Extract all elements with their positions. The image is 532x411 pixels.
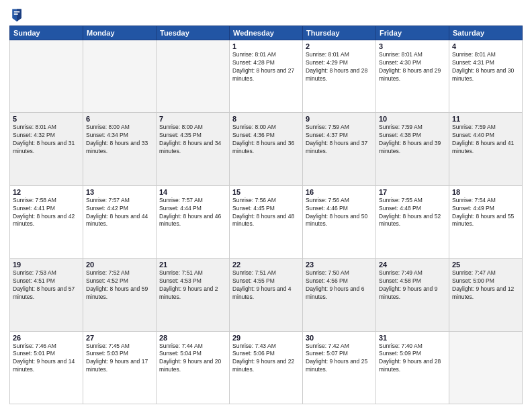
day-info: Sunrise: 7:40 AMSunset: 5:09 PMDaylight:… [379, 342, 446, 375]
day-number: 30 [306, 334, 373, 342]
calendar-cell: 11Sunrise: 7:59 AMSunset: 4:40 PMDayligh… [449, 113, 523, 185]
calendar-cell: 2Sunrise: 8:01 AMSunset: 4:29 PMDaylight… [303, 40, 376, 113]
day-info: Sunrise: 7:58 AMSunset: 4:41 PMDaylight:… [13, 197, 80, 229]
calendar-cell: 20Sunrise: 7:52 AMSunset: 4:52 PMDayligh… [83, 259, 157, 331]
calendar-cell: 17Sunrise: 7:55 AMSunset: 4:48 PMDayligh… [376, 185, 449, 258]
weekday-header-row: SundayMondayTuesdayWednesdayThursdayFrid… [10, 26, 523, 40]
day-number: 1 [232, 42, 300, 50]
day-number: 14 [159, 188, 226, 196]
day-number: 3 [379, 42, 446, 50]
day-number: 27 [86, 334, 153, 342]
calendar-table: SundayMondayTuesdayWednesdayThursdayFrid… [9, 26, 523, 404]
calendar-cell: 4Sunrise: 8:01 AMSunset: 4:31 PMDaylight… [449, 40, 523, 113]
day-number: 31 [379, 334, 446, 342]
day-info: Sunrise: 7:59 AMSunset: 4:40 PMDaylight:… [452, 124, 519, 156]
day-number: 29 [232, 334, 300, 342]
day-number: 4 [452, 42, 519, 50]
calendar-cell: 22Sunrise: 7:51 AMSunset: 4:55 PMDayligh… [230, 259, 303, 331]
day-info: Sunrise: 8:00 AMSunset: 4:36 PMDaylight:… [232, 124, 300, 156]
day-number: 6 [86, 115, 153, 123]
day-number: 15 [232, 188, 300, 196]
calendar-cell: 30Sunrise: 7:42 AMSunset: 5:07 PMDayligh… [303, 331, 376, 404]
calendar-cell: 14Sunrise: 7:57 AMSunset: 4:44 PMDayligh… [157, 185, 230, 258]
day-number: 13 [86, 188, 153, 196]
calendar-cell: 23Sunrise: 7:50 AMSunset: 4:56 PMDayligh… [303, 259, 376, 331]
weekday-header-sunday: Sunday [10, 26, 83, 40]
calendar-cell [449, 331, 523, 404]
calendar-cell: 15Sunrise: 7:56 AMSunset: 4:45 PMDayligh… [230, 185, 303, 258]
day-info: Sunrise: 7:57 AMSunset: 4:44 PMDaylight:… [159, 197, 226, 229]
calendar-cell: 31Sunrise: 7:40 AMSunset: 5:09 PMDayligh… [376, 331, 449, 404]
weekday-header-monday: Monday [83, 26, 157, 40]
calendar-cell: 6Sunrise: 8:00 AMSunset: 4:34 PMDaylight… [83, 113, 157, 185]
day-info: Sunrise: 7:49 AMSunset: 4:58 PMDaylight:… [379, 269, 446, 302]
day-info: Sunrise: 7:43 AMSunset: 5:06 PMDaylight:… [232, 342, 300, 375]
day-info: Sunrise: 8:00 AMSunset: 4:34 PMDaylight:… [86, 124, 153, 156]
day-number: 18 [452, 188, 519, 196]
day-info: Sunrise: 7:52 AMSunset: 4:52 PMDaylight:… [86, 269, 153, 302]
svg-marker-1 [17, 9, 21, 21]
day-number: 26 [13, 334, 80, 342]
day-number: 2 [306, 42, 373, 50]
calendar-cell: 29Sunrise: 7:43 AMSunset: 5:06 PMDayligh… [230, 331, 303, 404]
day-info: Sunrise: 7:54 AMSunset: 4:49 PMDaylight:… [452, 197, 519, 229]
day-info: Sunrise: 8:01 AMSunset: 4:31 PMDaylight:… [452, 51, 519, 83]
day-number: 24 [379, 261, 446, 269]
week-row-2: 5Sunrise: 8:01 AMSunset: 4:32 PMDaylight… [10, 113, 523, 185]
day-info: Sunrise: 8:00 AMSunset: 4:35 PMDaylight:… [159, 124, 226, 156]
calendar-cell: 21Sunrise: 7:51 AMSunset: 4:53 PMDayligh… [157, 259, 230, 331]
day-info: Sunrise: 7:47 AMSunset: 5:00 PMDaylight:… [452, 269, 519, 302]
calendar-cell: 7Sunrise: 8:00 AMSunset: 4:35 PMDaylight… [157, 113, 230, 185]
day-info: Sunrise: 7:46 AMSunset: 5:01 PMDaylight:… [13, 342, 80, 375]
day-info: Sunrise: 7:59 AMSunset: 4:37 PMDaylight:… [306, 124, 373, 156]
calendar-cell: 19Sunrise: 7:53 AMSunset: 4:51 PMDayligh… [10, 259, 83, 331]
day-info: Sunrise: 7:56 AMSunset: 4:46 PMDaylight:… [306, 197, 373, 229]
day-number: 17 [379, 188, 446, 196]
week-row-1: 1Sunrise: 8:01 AMSunset: 4:28 PMDaylight… [10, 40, 523, 113]
day-number: 20 [86, 261, 153, 269]
calendar-cell: 1Sunrise: 8:01 AMSunset: 4:28 PMDaylight… [230, 40, 303, 113]
day-number: 16 [306, 188, 373, 196]
day-info: Sunrise: 7:45 AMSunset: 5:03 PMDaylight:… [86, 342, 153, 375]
day-number: 11 [452, 115, 519, 123]
calendar-cell: 8Sunrise: 8:00 AMSunset: 4:36 PMDaylight… [230, 113, 303, 185]
weekday-header-thursday: Thursday [303, 26, 376, 40]
day-number: 8 [232, 115, 300, 123]
day-info: Sunrise: 7:51 AMSunset: 4:53 PMDaylight:… [159, 269, 226, 302]
day-number: 5 [13, 115, 80, 123]
calendar-cell: 26Sunrise: 7:46 AMSunset: 5:01 PMDayligh… [10, 331, 83, 404]
calendar-cell: 3Sunrise: 8:01 AMSunset: 4:30 PMDaylight… [376, 40, 449, 113]
calendar-cell: 16Sunrise: 7:56 AMSunset: 4:46 PMDayligh… [303, 185, 376, 258]
day-number: 23 [306, 261, 373, 269]
calendar-cell: 18Sunrise: 7:54 AMSunset: 4:49 PMDayligh… [449, 185, 523, 258]
day-info: Sunrise: 7:56 AMSunset: 4:45 PMDaylight:… [232, 197, 300, 229]
week-row-3: 12Sunrise: 7:58 AMSunset: 4:41 PMDayligh… [10, 185, 523, 258]
day-info: Sunrise: 7:55 AMSunset: 4:48 PMDaylight:… [379, 197, 446, 229]
calendar-cell: 5Sunrise: 8:01 AMSunset: 4:32 PMDaylight… [10, 113, 83, 185]
calendar-cell: 13Sunrise: 7:57 AMSunset: 4:42 PMDayligh… [83, 185, 157, 258]
calendar-cell: 10Sunrise: 7:59 AMSunset: 4:38 PMDayligh… [376, 113, 449, 185]
calendar-cell [83, 40, 157, 113]
day-number: 22 [232, 261, 300, 269]
week-row-5: 26Sunrise: 7:46 AMSunset: 5:01 PMDayligh… [10, 331, 523, 404]
calendar-cell [10, 40, 83, 113]
calendar-cell: 12Sunrise: 7:58 AMSunset: 4:41 PMDayligh… [10, 185, 83, 258]
calendar-cell: 25Sunrise: 7:47 AMSunset: 5:00 PMDayligh… [449, 259, 523, 331]
day-info: Sunrise: 8:01 AMSunset: 4:28 PMDaylight:… [232, 51, 300, 83]
day-number: 19 [13, 261, 80, 269]
day-number: 10 [379, 115, 446, 123]
day-info: Sunrise: 8:01 AMSunset: 4:30 PMDaylight:… [379, 51, 446, 83]
weekday-header-wednesday: Wednesday [230, 26, 303, 40]
weekday-header-friday: Friday [376, 26, 449, 40]
day-number: 12 [13, 188, 80, 196]
calendar-cell: 28Sunrise: 7:44 AMSunset: 5:04 PMDayligh… [157, 331, 230, 404]
day-info: Sunrise: 7:59 AMSunset: 4:38 PMDaylight:… [379, 124, 446, 156]
day-number: 9 [306, 115, 373, 123]
day-number: 21 [159, 261, 226, 269]
day-number: 28 [159, 334, 226, 342]
calendar-cell [157, 40, 230, 113]
logo-icon [11, 7, 23, 21]
calendar-cell: 24Sunrise: 7:49 AMSunset: 4:58 PMDayligh… [376, 259, 449, 331]
logo [9, 7, 24, 21]
header [9, 7, 523, 21]
